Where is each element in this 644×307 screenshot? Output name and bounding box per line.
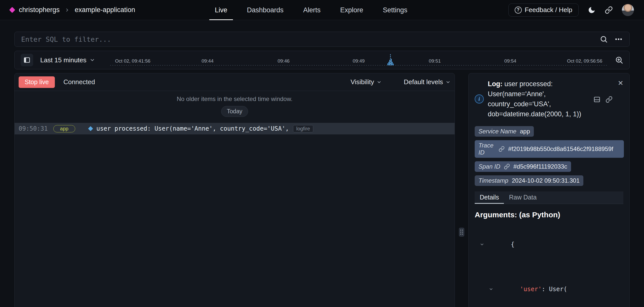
breadcrumb: christophergs example-application <box>10 6 135 14</box>
details-title-row: i Log: user processed: User(name='Anne',… <box>475 79 623 119</box>
log-row-selected[interactable]: 09:50:31 app user processed: User(name='… <box>15 123 455 134</box>
top-nav: christophergs example-application Live D… <box>0 0 644 20</box>
share-link-icon[interactable] <box>605 6 613 14</box>
more-options-ellipsis-icon[interactable] <box>614 35 623 43</box>
arguments-code-block: { 'user': User( name='Anne', country_cod… <box>475 222 623 307</box>
nav-right-cluster: ? Feedback / Help <box>508 4 634 17</box>
code-token-key: 'user' <box>520 284 542 294</box>
log-message: user processed: User(name='Anne', countr… <box>96 125 289 132</box>
service-tag: app <box>53 125 75 132</box>
tab-raw-data[interactable]: Raw Data <box>504 191 542 204</box>
span-link-icon[interactable] <box>504 164 510 170</box>
close-icon[interactable]: ✕ <box>618 80 623 119</box>
trace-link-icon[interactable] <box>499 146 505 152</box>
sql-filter-bar <box>14 32 630 47</box>
log-details-panel: i Log: user processed: User(name='Anne',… <box>468 73 630 307</box>
timeline-brush-region[interactable]: Oct 02, 09:41:56 09:44 09:46 09:49 09:51… <box>110 51 607 69</box>
scope-tag: logfire <box>293 125 313 132</box>
nav-item-alerts[interactable]: Alerts <box>302 0 322 20</box>
attr-label: Span ID <box>478 163 500 170</box>
visibility-dropdown[interactable]: Visibility <box>350 78 381 86</box>
breadcrumb-org[interactable]: christophergs <box>19 6 60 14</box>
timeline-tick-label: Oct 02, 09:56:56 <box>567 58 602 64</box>
empty-window-notice: No older items in the selected time wind… <box>15 95 455 103</box>
timeline-activity-spike <box>385 54 396 65</box>
zoom-in-icon[interactable] <box>615 56 623 64</box>
timeline-baseline <box>110 65 607 66</box>
arguments-heading: Arguments: (as Python) <box>475 211 623 219</box>
default-levels-dropdown[interactable]: Default levels <box>404 78 451 86</box>
nav-item-dashboards[interactable]: Dashboards <box>246 0 285 20</box>
live-panel-header: Stop live Connected Visibility Default l… <box>15 73 455 91</box>
nav-item-live[interactable]: Live <box>213 0 229 20</box>
timeline-tick-label: 09:46 <box>278 58 290 64</box>
timeline-tick-label: 09:44 <box>202 58 214 64</box>
details-actions: ✕ <box>593 80 623 119</box>
logfire-logo-icon[interactable] <box>9 7 15 13</box>
chevron-down-icon <box>446 80 451 85</box>
search-icon[interactable] <box>600 35 608 43</box>
attr-value: #d5c996f11192033c <box>513 163 567 170</box>
code-token: : <box>542 284 549 294</box>
timeline-tick-label: Oct 02, 09:41:56 <box>115 58 150 64</box>
time-range-dropdown[interactable]: Last 15 minutes <box>40 56 95 64</box>
nav-item-settings[interactable]: Settings <box>381 0 409 20</box>
collapse-caret-icon[interactable] <box>480 222 509 267</box>
timestamp-pill: Timestamp 2024-10-02 09:50:31.301 <box>475 175 583 186</box>
sql-filter-input[interactable] <box>21 35 593 43</box>
sidebar-toggle-icon[interactable] <box>21 54 33 66</box>
dock-panel-icon[interactable] <box>593 80 600 119</box>
details-tabs: Details Raw Data <box>475 191 623 204</box>
log-timestamp: 09:50:31 <box>19 125 48 132</box>
attr-label: Trace ID <box>478 142 495 156</box>
info-icon: i <box>475 94 484 104</box>
service-name-pill: Service Name app <box>475 126 534 137</box>
connection-status: Connected <box>63 78 95 86</box>
today-button[interactable]: Today <box>221 106 248 117</box>
span-id-pill: Span ID #d5c996f11192033c <box>475 161 571 172</box>
attr-value: app <box>520 128 530 135</box>
breadcrumb-project[interactable]: example-application <box>75 6 135 14</box>
chevron-down-icon <box>90 57 95 63</box>
stop-live-button[interactable]: Stop live <box>19 76 55 88</box>
attr-label: Timestamp <box>478 177 508 184</box>
attr-value: 2024-10-02 09:50:31.301 <box>512 177 580 184</box>
attr-label: Service Name <box>478 128 516 135</box>
chevron-down-icon <box>377 80 382 85</box>
timeline-bar: Last 15 minutes Oct 02, 09:41:56 09:44 0… <box>14 51 630 69</box>
code-token: User( <box>549 284 567 294</box>
time-range-label: Last 15 minutes <box>40 56 87 64</box>
log-level-diamond-icon <box>88 126 93 131</box>
chevron-right-icon <box>65 8 70 13</box>
visibility-label: Visibility <box>350 78 374 86</box>
live-log-panel: Stop live Connected Visibility Default l… <box>14 73 455 307</box>
trace-id-pill: Trace ID #f2019b98b550cd8a61546c2f918895… <box>475 140 624 158</box>
details-title-prefix: Log: <box>488 80 502 88</box>
tab-details[interactable]: Details <box>475 191 504 204</box>
timeline-tick-label: 09:51 <box>429 58 441 64</box>
nav-item-explore[interactable]: Explore <box>339 0 365 20</box>
timeline-tick-label: 09:54 <box>504 58 516 64</box>
user-avatar[interactable] <box>622 4 634 16</box>
copy-link-icon[interactable] <box>606 80 613 119</box>
question-circle-icon: ? <box>515 7 522 14</box>
panel-resize-grip[interactable] <box>459 228 464 237</box>
feedback-help-button[interactable]: ? Feedback / Help <box>508 4 579 17</box>
timeline-tick-label: 09:49 <box>353 58 365 64</box>
dark-mode-toggle-moon-icon[interactable] <box>588 6 596 14</box>
collapse-caret-icon[interactable] <box>489 267 518 307</box>
attr-value: #f2019b98b550cd8a61546c2f9188959f <box>508 145 613 152</box>
feedback-help-label: Feedback / Help <box>525 6 572 14</box>
details-title: Log: user processed: User(name='Anne', c… <box>488 79 581 119</box>
attribute-pills: Service Name app Trace ID #f2019b98b550c… <box>475 126 623 186</box>
default-levels-label: Default levels <box>404 78 443 86</box>
main-nav: Live Dashboards Alerts Explore Settings <box>213 0 409 20</box>
code-token: { <box>511 239 514 249</box>
